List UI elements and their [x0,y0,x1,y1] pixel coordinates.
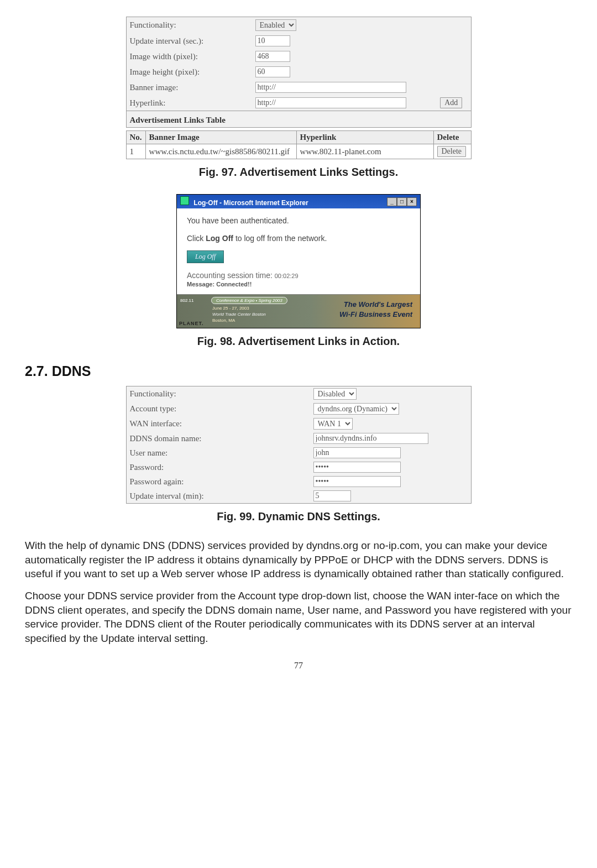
banner-image-label: Banner image: [126,80,252,95]
logoff-button[interactable]: Log Off [187,250,224,263]
user-name-input[interactable] [313,447,401,458]
add-button[interactable]: Add [440,97,462,108]
update-interval-input[interactable] [255,35,290,46]
delete-button[interactable]: Delete [437,146,467,157]
banner-logo: 802.11 [180,298,193,303]
banner-venue: World Trade Center Boston [212,312,266,317]
wan-interface-label: WAN interface: [126,416,310,431]
page-number: 77 [25,661,572,671]
adv-links-data-table: No. Banner Image Hyperlink Delete 1 www.… [126,130,472,159]
fig99-caption: Fig. 99. Dynamic DNS Settings. [25,510,572,523]
paragraph-1: With the help of dynamic DNS (DDNS) serv… [25,538,572,581]
maximize-icon[interactable]: □ [397,197,407,206]
col-banner-image: Banner Image [145,131,296,144]
ddns-functionality-select[interactable]: Disabled [313,388,357,400]
hyperlink-label: Hyperlink: [126,95,252,111]
account-type-label: Account type: [126,401,310,416]
ddns-update-interval-input[interactable] [313,490,351,501]
account-type-select[interactable]: dyndns.org (Dynamic) [313,403,399,415]
image-width-input[interactable] [255,51,290,62]
close-icon[interactable]: × [407,197,417,206]
adv-links-settings-table: Functionality: Enabled Update interval (… [126,17,472,128]
ddns-settings-table: Functionality: Disabled Account type: dy… [126,386,472,504]
password-again-input[interactable] [313,476,401,487]
password-label: Password: [126,460,310,474]
banner-image-input[interactable] [255,82,406,93]
fig97-caption: Fig. 97. Advertisement Links Settings. [25,166,572,179]
ddns-domain-label: DDNS domain name: [126,431,310,446]
message-line: Message: Connected!! [187,281,410,287]
logoff-instruction: Click Log Off to log off from the networ… [187,234,410,243]
password-again-label: Password again: [126,474,310,489]
col-delete: Delete [433,131,471,144]
update-interval-label: Update interval (sec.): [126,33,252,49]
wan-interface-select[interactable]: WAN 1 [313,418,353,430]
banner-planet-text: PLANET. [179,321,204,326]
section-heading: 2.7. DDNS [25,363,572,379]
cell-hyperlink: www.802.11-planet.com [296,144,433,159]
col-no: No. [126,131,145,144]
banner-city: Boston, MA [212,318,235,323]
window-title: Log-Off - Microsoft Internet Explorer [193,199,308,207]
image-width-label: Image width (pixel): [126,49,252,64]
cell-banner-image: www.cis.nctu.edu.tw/~gis88586/80211.gif [145,144,296,159]
fig98-caption: Fig. 98. Advertisement Links in Action. [25,335,572,348]
banner-pill: Conference & Expo • Spring 2003 [211,297,287,304]
table-row: 1 www.cis.nctu.edu.tw/~gis88586/80211.gi… [126,144,471,159]
ddns-update-interval-label: Update interval (min): [126,489,310,504]
functionality-label: Functionality: [126,17,252,34]
banner-tagline-1: The World's Largest [344,300,412,308]
ddns-functionality-label: Functionality: [126,386,310,402]
password-input[interactable] [313,462,401,473]
image-height-label: Image height (pixel): [126,64,252,80]
banner-tagline-2: Wi-Fi Business Event [339,310,412,318]
user-name-label: User name: [126,446,310,460]
image-height-input[interactable] [255,66,290,77]
ad-banner[interactable]: 802.11 PLANET. Conference & Expo • Sprin… [177,294,420,328]
functionality-select[interactable]: Enabled [255,19,296,31]
session-time-value: 00:02:29 [275,273,298,279]
logoff-window: Log-Off - Microsoft Internet Explorer _ … [176,194,421,328]
banner-dates: June 25 - 27, 2003 [212,306,249,311]
auth-message: You have been authenticated. [187,216,410,225]
ie-icon [180,196,189,205]
col-hyperlink: Hyperlink [296,131,433,144]
cell-no: 1 [126,144,145,159]
session-time-line: Accounting session time: 00:02:29 [187,271,410,280]
window-titlebar: Log-Off - Microsoft Internet Explorer _ … [177,195,420,208]
minimize-icon[interactable]: _ [387,197,397,206]
paragraph-2: Choose your DDNS service provider from t… [25,589,572,646]
adv-links-table-heading: Advertisement Links Table [126,111,471,128]
hyperlink-input[interactable] [255,97,406,108]
ddns-domain-input[interactable] [313,433,428,444]
